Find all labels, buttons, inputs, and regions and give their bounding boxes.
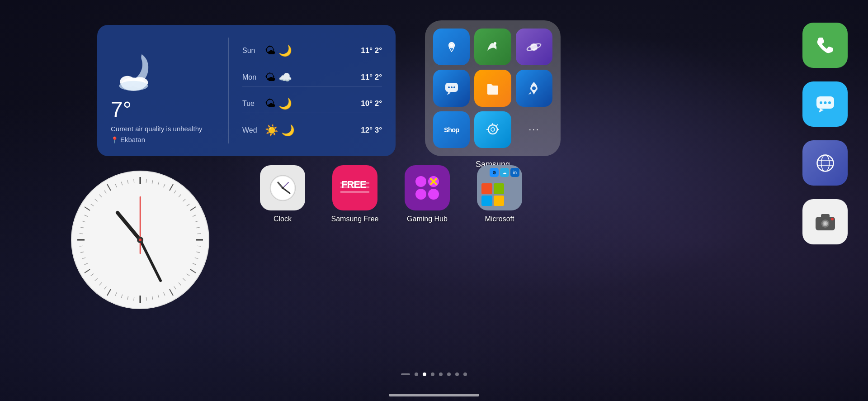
svg-line-80 (134, 179, 134, 183)
location-pin-icon: 📍 (111, 136, 118, 143)
svg-point-3 (119, 81, 148, 91)
clock-app-icon[interactable] (260, 165, 305, 210)
svg-point-100 (820, 101, 822, 104)
folder-app-galaxy-store[interactable] (516, 29, 552, 65)
svg-line-57 (134, 297, 134, 301)
folder-app-samsung-notes[interactable] (516, 70, 552, 106)
folder-app-find-my-mobile[interactable] (433, 29, 470, 65)
svg-point-6 (494, 42, 496, 45)
weather-moon-icon (111, 48, 160, 93)
forecast-day-2: Tue (242, 100, 265, 108)
page-dot-7[interactable] (463, 372, 467, 376)
folder-app-more[interactable]: ··· (516, 111, 552, 148)
apps-row: Clock FREE Samsung Free (258, 165, 524, 223)
free-icon-svg: FREE (339, 174, 371, 201)
app-item-gaming-hub[interactable]: Gaming Hub (402, 165, 452, 223)
forecast-row-tue: Tue 🌤 🌙 10° 2° (242, 95, 382, 113)
right-app-messages[interactable] (802, 81, 848, 127)
page-dot-2[interactable] (423, 372, 426, 376)
gaming-hub-icon-svg (411, 172, 443, 204)
forecast-day-0: Sun (242, 47, 265, 55)
svg-line-69 (80, 234, 83, 234)
svg-text:FREE: FREE (341, 179, 366, 190)
gaming-hub-label: Gaming Hub (407, 215, 448, 223)
folder-app-smart-switch[interactable] (474, 111, 511, 148)
svg-line-56 (146, 297, 146, 301)
clock-app-label: Clock (274, 215, 292, 223)
weather-temperature: 7° (111, 97, 215, 122)
svg-line-44 (197, 234, 201, 234)
folder-app-ar-zone[interactable] (474, 29, 511, 65)
microsoft-label: Microsoft (485, 215, 514, 223)
svg-point-93 (415, 176, 426, 187)
weather-location: 📍 Ekbatan (111, 136, 215, 143)
svg-line-45 (197, 246, 201, 246)
svg-point-101 (824, 101, 826, 104)
weather-forecast: Sun 🌤 🌙 11° 2° Mon 🌤 ☁️ 11° 2° Tue 🌤 (242, 38, 382, 143)
page-dot-4[interactable] (439, 372, 443, 376)
svg-point-5 (450, 44, 453, 47)
forecast-icons-0: 🌤 🌙 (265, 44, 346, 57)
folder-app-shop-samsung[interactable]: Shop (433, 111, 470, 148)
clock-app-face (268, 173, 297, 203)
svg-line-17 (496, 124, 498, 126)
right-app-phone[interactable] (802, 23, 848, 68)
forecast-row-wed: Wed ☀️ 🌙 12° 3° (242, 121, 382, 139)
svg-point-12 (453, 86, 455, 88)
forecast-icons-2: 🌤 🌙 (265, 97, 346, 110)
forecast-temps-2: 10° 2° (346, 99, 382, 108)
app-item-samsung-free[interactable]: FREE Samsung Free (330, 165, 380, 223)
svg-point-82 (139, 239, 142, 241)
forecast-temps-1: 11° 2° (346, 73, 382, 82)
page-dot-0[interactable] (401, 373, 410, 375)
home-bar[interactable] (389, 394, 479, 396)
svg-rect-111 (821, 214, 830, 218)
weather-divider (228, 38, 229, 143)
forecast-icons-1: 🌤 ☁️ (265, 71, 346, 84)
app-item-clock[interactable]: Clock (258, 165, 307, 223)
right-apps-column (802, 23, 848, 244)
clock-widget (70, 170, 210, 310)
app-item-microsoft[interactable]: ⚙ ☁ in Microsoft (475, 165, 524, 223)
folder-app-messages[interactable] (433, 70, 470, 106)
svg-point-112 (831, 218, 834, 220)
svg-point-13 (532, 86, 536, 90)
forecast-icons-3: ☀️ 🌙 (265, 124, 346, 137)
page-dots (401, 372, 467, 376)
samsung-free-label: Samsung Free (331, 215, 379, 223)
weather-left-panel: 7° Current air quality is unhealthy 📍 Ek… (111, 38, 215, 143)
folder-app-my-files[interactable] (474, 70, 511, 106)
gaming-hub-icon[interactable] (405, 165, 450, 210)
samsung-folder[interactable]: Shop ··· Samsung (425, 20, 561, 169)
right-app-internet[interactable] (802, 140, 848, 186)
forecast-row-mon: Mon 🌤 ☁️ 11° 2° (242, 68, 382, 87)
forecast-day-1: Mon (242, 73, 265, 81)
svg-point-110 (824, 222, 826, 225)
svg-point-88 (282, 187, 284, 189)
clock-face-svg (70, 170, 210, 310)
page-dot-5[interactable] (447, 372, 451, 376)
forecast-temps-0: 11° 2° (346, 46, 382, 55)
svg-point-14 (488, 125, 497, 134)
svg-point-11 (451, 86, 453, 88)
svg-point-15 (491, 128, 495, 131)
forecast-row-sun: Sun 🌤 🌙 11° 2° (242, 42, 382, 60)
right-app-camera[interactable] (802, 199, 848, 244)
samsung-free-icon[interactable]: FREE (332, 165, 377, 210)
svg-line-33 (146, 179, 146, 183)
page-dot-6[interactable] (455, 372, 459, 376)
forecast-day-3: Wed (242, 126, 265, 134)
svg-point-96 (428, 189, 439, 200)
weather-aqi-text: Current air quality is unhealthy (111, 124, 215, 134)
page-dot-1[interactable] (415, 372, 418, 376)
weather-widget[interactable]: 7° Current air quality is unhealthy 📍 Ek… (97, 25, 396, 156)
page-dot-3[interactable] (431, 372, 434, 376)
svg-point-104 (821, 155, 829, 171)
microsoft-icon[interactable]: ⚙ ☁ in (477, 165, 522, 210)
svg-point-10 (448, 86, 450, 88)
home-screen: 7° Current air quality is unhealthy 📍 Ek… (0, 0, 868, 401)
svg-line-68 (80, 246, 83, 246)
svg-point-95 (415, 189, 426, 200)
folder-grid[interactable]: Shop ··· (425, 20, 561, 156)
svg-point-103 (817, 155, 833, 171)
